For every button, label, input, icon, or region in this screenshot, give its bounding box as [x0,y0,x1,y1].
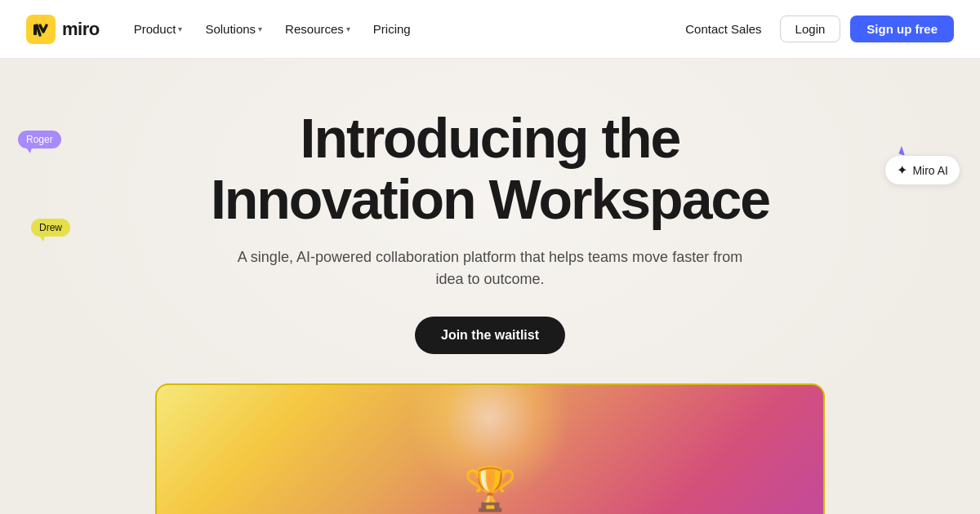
nav-resources[interactable]: Resources ▾ [277,17,359,41]
nav-product[interactable]: Product ▾ [126,17,191,41]
logo[interactable]: miro [26,15,100,44]
logo-icon [26,15,56,44]
cursor-label-drew: Drew [31,219,70,237]
signup-button[interactable]: Sign up free [850,16,954,42]
dashboard-preview: 🏆 [155,383,825,514]
miro-ai-label: Miro AI [912,164,948,177]
logo-text: miro [62,19,100,40]
hero-title: Introducing the Innovation Workspace [211,108,769,230]
miro-ai-badge: ✦ Miro AI [884,155,960,185]
navigation: miro Product ▾ Solutions ▾ Resources ▾ P… [0,0,980,59]
cursor-label-roger: Roger [18,131,61,148]
nav-links: Product ▾ Solutions ▾ Resources ▾ Pricin… [126,17,678,41]
login-button[interactable]: Login [780,16,841,42]
contact-sales-button[interactable]: Contact Sales [677,17,769,41]
nav-pricing[interactable]: Pricing [365,17,419,41]
sparkle-icon: ✦ [897,162,907,178]
hero-subtitle: A single, AI-powered collaboration platf… [237,246,743,290]
waitlist-button[interactable]: Join the waitlist [415,317,565,354]
chevron-down-icon: ▾ [258,24,262,33]
nav-solutions[interactable]: Solutions ▾ [197,17,270,41]
chevron-down-icon: ▾ [178,24,182,33]
hero-section: Roger Drew ✦ Miro AI Introducing the Inn… [0,59,980,514]
nav-actions: Contact Sales Login Sign up free [677,16,954,42]
chevron-down-icon: ▾ [346,24,350,33]
dashboard-icon: 🏆 [464,464,517,514]
